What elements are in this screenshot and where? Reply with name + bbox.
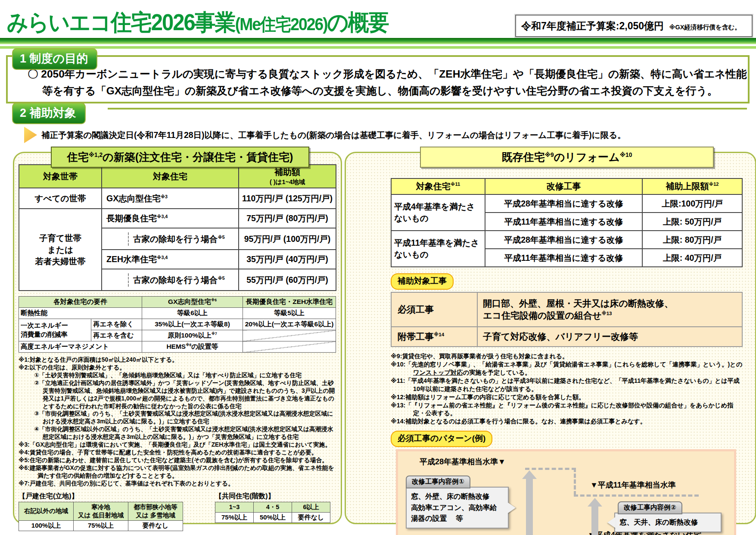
- cell-value: 50%以上: [254, 512, 292, 522]
- note-line: ※2:以下の住宅は、原則対象外とする。: [19, 364, 336, 372]
- header-cell: 1~3: [215, 502, 254, 512]
- note-line: ④「市街化調整区域以外の区域」のうち、「土砂災害警戒区域又は浸水想定区域(洪水浸…: [34, 425, 336, 441]
- cell-value: 100%以上: [19, 520, 74, 531]
- table-header-row: 右記以外の地域 寒冷地 又は 低日射地域 都市部狭小地等 又は 多雪地域: [19, 502, 183, 520]
- cell-limit: 上限: 50万円/戸: [642, 213, 742, 231]
- header-cell: 4・5: [254, 502, 292, 512]
- cell-amount: 110万円/戸 (125万円/戸): [239, 188, 336, 209]
- header-cell: 右記以外の地域: [19, 502, 74, 520]
- cell-energy-other: 20%以上(一次エネ等級6以上): [243, 319, 336, 330]
- header-cell-house: 対象住宅※11: [391, 178, 485, 194]
- header-amount-sub: ( )は1~4地域: [239, 178, 336, 186]
- level-h11-label: ▼平成11年基準相当水準: [590, 480, 676, 490]
- table-row: 平成11年基準を満たさないもの 平成28年基準相当に達する改修 上限: 80万円…: [391, 231, 742, 249]
- header-cell-other: 長期優良住宅・ZEH水準住宅: [243, 297, 336, 308]
- cell-household: すべての世帯: [19, 188, 102, 209]
- header-cell-household: 対象世帯: [19, 165, 102, 188]
- note-line: ①「土砂災害特別警戒区域」、「急傾斜地崩壊危険区域」又は「地すべり防止区域」に立…: [34, 372, 336, 379]
- table-header-row: 各対象住宅の要件 GX志向型住宅※6 長期優良住宅・ZEH水準住宅: [19, 297, 336, 308]
- arrow-right-icon: [24, 127, 37, 143]
- section1-badge: 1 制度の目的: [12, 48, 97, 70]
- page-title-paren: (Me住宅2026): [235, 15, 327, 34]
- cell-value: 75%以上: [74, 520, 128, 531]
- cell-incl-renewable: 再エネを含む: [91, 330, 142, 341]
- page-title-main: みらいエコ住宅2026事業: [7, 10, 235, 35]
- budget-note: ※GX経済移行債を含む。: [669, 24, 740, 31]
- cell-work: 平成11年基準相当に達する改修: [485, 213, 642, 231]
- cell-mandatory-label: 必須工事: [391, 292, 477, 327]
- note-line: ※14:補助対象となるのは必須工事を行う場合に限る。なお、連携事業は必須工事とみ…: [391, 417, 744, 425]
- cell-household-group: 子育て世帯 または 若者夫婦世帯: [19, 209, 102, 291]
- reform-panel: 既存住宅※9のリフォーム※10 対象住宅※11 改修工事 補助上限額※12 平成…: [345, 152, 756, 524]
- eligible-works-table: 必須工事 開口部、外壁、屋根・天井又は床の断熱改修、 エコ住宅設備の設置の組合せ…: [391, 292, 743, 347]
- budget-box: 令和7年度補正予算案:2,050億円 ※GX経済移行債を含む。: [515, 15, 753, 37]
- note-line: ※6:建築事業者がGXの促進に対する協力について表明等(温室効果ガスの排出削減の…: [19, 464, 336, 480]
- table-row: 必須工事 開口部、外壁、屋根・天井又は床の断熱改修、 エコ住宅設備の設置の組合せ…: [391, 292, 742, 327]
- purpose-text: 〇 2050年カーボンニュートラルの実現に寄与する良質なストック形成を図るため、…: [28, 66, 749, 99]
- section2-badge: 2 補助対象: [12, 103, 86, 124]
- cell-limit: 上限: 40万円/戸: [642, 249, 742, 267]
- cell-house-type: ZEH水準住宅※3,4: [102, 250, 239, 269]
- level-h28-label: 平成28年基準相当水準▼: [420, 457, 506, 467]
- cell-amount: 35万円/戸 (40万円/戸): [239, 250, 336, 269]
- reform-table: 対象住宅※11 改修工事 補助上限額※12 平成4年基準を満たさないもの 平成2…: [391, 178, 743, 267]
- cell-incidental-label: 附帯工事※14: [391, 327, 477, 347]
- callout2-body: 窓、天井、床の断熱改修: [614, 513, 722, 532]
- tab-text: 既存住宅: [502, 151, 545, 163]
- tab-text: 住宅: [67, 151, 89, 163]
- section2-line: [108, 108, 747, 110]
- note-line: ※13:「『リフォーム前の省エネ性能』と『リフォーム後の省エネ性能』に応じた改修…: [391, 401, 744, 418]
- note-line: ※7:戸建住宅、共同住宅の別に応じて、基準値はそれぞれ下表のとおりとする。: [19, 480, 336, 488]
- note-line: ※3:「GX志向型住宅」は環境省において実施、「長期優良住宅」及び「ZEH水準住…: [19, 441, 336, 449]
- table-row: 75%以上 50%以上 要件なし: [215, 512, 330, 522]
- reform-notes: ※9:賃貸住宅や、買取再販事業者が扱う住宅も対象に含まれる。 ※10:「先進的窓…: [391, 352, 744, 425]
- note-line: ③「市街化調整区域」のうち、「土砂災害警戒区域又は浸水想定区域(洪水浸水想定区域…: [34, 410, 336, 425]
- callout1-body: 窓、外壁、床の断熱改修 高効率エアコン、高効率給 湯器の設置 等: [406, 487, 509, 529]
- cell-not-applicable: [243, 330, 336, 341]
- tab-text-rest: のリフォーム: [554, 151, 620, 163]
- table-header-row: 対象住宅※11 改修工事 補助上限額※12: [391, 178, 742, 194]
- cell-value: 要件なし: [128, 520, 183, 531]
- cell-work: 平成28年基準相当に達する改修: [485, 231, 642, 249]
- page-title: みらいエコ住宅2026事業(Me住宅2026)の概要: [7, 7, 389, 38]
- cell-value: 要件なし: [292, 512, 330, 522]
- document-page: みらいエコ住宅2026事業(Me住宅2026)の概要 令和7年度補正予算案:2,…: [0, 0, 756, 535]
- cell-amount: 55万円/戸 (60万円/戸): [239, 269, 336, 291]
- note-line: ※9:賃貸住宅や、買取再販事業者が扱う住宅も対象に含まれる。: [391, 352, 744, 360]
- pattern-badge: 必須工事のパターン(例): [391, 431, 492, 447]
- table-row: 附帯工事※14 子育て対応改修、バリアフリー改修等: [391, 327, 742, 347]
- cell-house-subtype: 古家の除却を行う場合※5: [102, 228, 239, 250]
- table-row: 断熱性能 等級6以上 等級5以上: [19, 308, 336, 319]
- callout1-tab: 改修工事内容例①: [406, 476, 470, 488]
- cell-not-applicable: [243, 341, 336, 353]
- cell-house-type: 長期優良住宅※3,4: [102, 209, 239, 228]
- detached-house-table: 右記以外の地域 寒冷地 又は 低日射地域 都市部狭小地等 又は 多雪地域 100…: [19, 502, 183, 531]
- table-row: 平成4年基準を満たさないもの 平成28年基準相当に達する改修 上限:100万円/…: [391, 194, 742, 213]
- cell-energy-label: 一次エネルギー 消費量の削減率: [19, 319, 91, 341]
- new-construction-table: 対象世帯 対象住宅 補助額 ( )は1~4地域 すべての世帯 GX志向型住宅※3…: [19, 164, 336, 291]
- note-line: ※10:「先進的窓リノベ事業」、「給湯省エネ事業」及び「賃貸給湯省エネ事業」(こ…: [391, 360, 744, 377]
- page-title-suffix: の概要: [327, 10, 389, 35]
- table-row: 高度エネルギーマネジメント HEMS※8の設置等: [19, 341, 336, 353]
- cell-insulation-label: 断熱性能: [19, 308, 142, 319]
- requirements-table: 各対象住宅の要件 GX志向型住宅※6 長期優良住宅・ZEH水準住宅 断熱性能 等…: [19, 296, 336, 353]
- panel-tab-new-construction: 住宅※1,2の新築(注文住宅・分譲住宅・賃貸住宅): [51, 147, 309, 168]
- level-step-line: [574, 468, 576, 495]
- cell-house-type: GX志向型住宅※3: [102, 188, 239, 209]
- header-cell-gx: GX志向型住宅※6: [142, 297, 243, 308]
- works-badge: 補助対象工事: [391, 273, 454, 290]
- cell-limit: 上限: 80万円/戸: [642, 231, 742, 249]
- new-construction-notes: ※1:対象となる住戸の床面積は50㎡以上240㎡以下とする。 ※2:以下の住宅は…: [19, 356, 336, 488]
- section1-box: 〇 2050年カーボンニュートラルの実現に寄与する良質なストック形成を図るため、…: [6, 55, 750, 103]
- detached-house-block: 【戸建住宅(立地)】 右記以外の地域 寒冷地 又は 低日射地域 都市部狭小地等 …: [19, 492, 183, 531]
- header-cell-house: 対象住宅: [102, 165, 239, 188]
- table-header-row: 1~3 4・5 6以上: [215, 502, 330, 512]
- header-cell: 6以上: [292, 502, 330, 512]
- cell-insulation-other: 等級5以上: [243, 308, 336, 319]
- new-construction-panel: 住宅※1,2の新築(注文住宅・分譲住宅・賃貸住宅) 対象世帯 対象住宅 補助額 …: [13, 152, 342, 524]
- cell-mandatory-body: 開口部、外壁、屋根・天井又は床の断熱改修、 エコ住宅設備の設置の組合せ※13: [477, 292, 742, 327]
- budget-amount: 令和7年度補正予算案:2,050億円: [521, 20, 664, 31]
- cell-amount: 95万円/戸 (100万円/戸): [239, 228, 336, 250]
- header-cell: 都市部狭小地等 又は 多雪地域: [128, 502, 183, 520]
- table-row: すべての世帯 GX志向型住宅※3 110万円/戸 (125万円/戸): [19, 188, 336, 209]
